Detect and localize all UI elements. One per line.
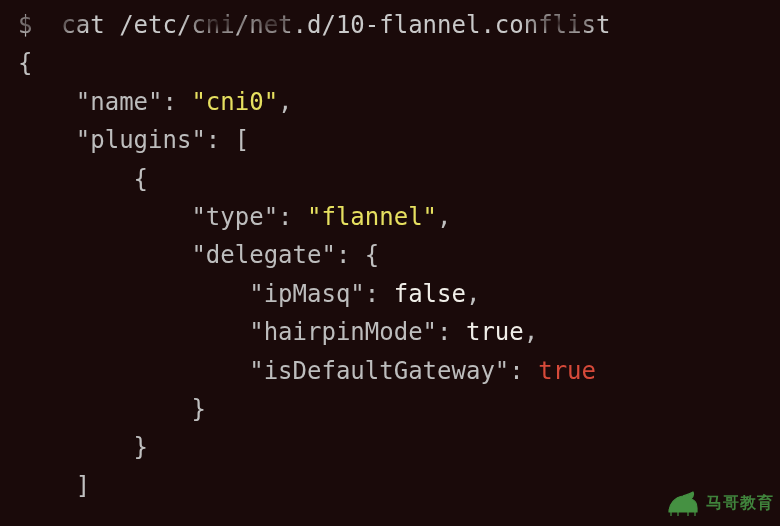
item-brace-open: { <box>134 165 148 193</box>
key-plugins: "plugins" <box>76 126 206 154</box>
delegate-brace-close: } <box>191 395 205 423</box>
val-gateway: true <box>538 357 596 385</box>
val-name: "cni0" <box>191 88 278 116</box>
terminal-output: $ cat /etc/cni/net.d/10-flannel.conflist… <box>18 6 762 505</box>
key-hairpin: "hairpinMode" <box>249 318 437 346</box>
val-hairpin: true <box>466 318 524 346</box>
bracket-open: [ <box>235 126 249 154</box>
key-type: "type" <box>191 203 278 231</box>
key-delegate: "delegate" <box>191 241 336 269</box>
item-brace-close: } <box>134 433 148 461</box>
command-line: $ cat /etc/cni/net.d/10-flannel.conflist <box>18 11 610 39</box>
val-type: "flannel" <box>307 203 437 231</box>
key-ipmasq: "ipMasq" <box>249 280 365 308</box>
delegate-brace-open: { <box>365 241 379 269</box>
key-name: "name" <box>76 88 163 116</box>
bracket-close: ] <box>76 472 90 500</box>
key-gateway: "isDefaultGateway" <box>249 357 509 385</box>
brace-open: { <box>18 49 32 77</box>
val-ipmasq: false <box>394 280 466 308</box>
